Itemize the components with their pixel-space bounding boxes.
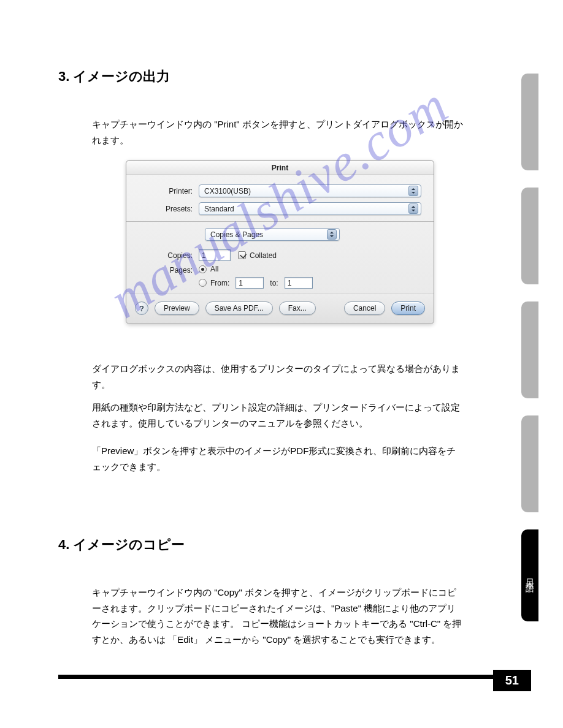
pages-from-input[interactable]: 1 bbox=[236, 277, 264, 289]
print-button[interactable]: Print bbox=[391, 301, 425, 315]
pages-from-radio[interactable] bbox=[199, 279, 207, 287]
section4-body: キャプチャーウインドウ内の "Copy" ボタンを押すと、イメージがクリップボー… bbox=[92, 585, 526, 647]
printer-label: Printer: bbox=[139, 187, 199, 195]
help-button[interactable]: ? bbox=[135, 301, 148, 315]
pages-all-radio[interactable] bbox=[199, 265, 207, 273]
printer-value: CX3100(USB) bbox=[204, 187, 251, 195]
side-tab-active: 日本語 bbox=[521, 529, 538, 621]
presets-label: Presets: bbox=[139, 205, 199, 213]
presets-value: Standard bbox=[204, 205, 234, 213]
printer-select[interactable]: CX3100(USB) bbox=[199, 184, 421, 197]
footer-rule bbox=[58, 675, 531, 679]
save-as-pdf-button[interactable]: Save As PDF... bbox=[205, 301, 273, 315]
section3-note2: 用紙の種類や印刷方法など、プリント設定の詳細は、プリンタードライバーによって設定… bbox=[92, 400, 526, 431]
copies-input[interactable]: 1 bbox=[199, 249, 231, 261]
section3-title: 3. イメージの出力 bbox=[58, 67, 526, 86]
pane-value: Copies & Pages bbox=[210, 230, 263, 239]
collated-label: Collated bbox=[250, 251, 277, 260]
side-tab-1 bbox=[521, 74, 538, 170]
side-tab-3 bbox=[521, 301, 538, 398]
section3-intro: キャプチャーウインドウ内の "Print" ボタンを押すと、プリントダイアログボ… bbox=[92, 116, 526, 148]
section4-title: 4. イメージのコピー bbox=[58, 536, 526, 554]
side-tab-2 bbox=[521, 188, 538, 284]
print-dialog-screenshot: Print Printer: CX3100(USB) Presets: Stan… bbox=[126, 160, 434, 324]
section3-note1: ダイアログボックスの内容は、使用するプリンターのタイプによって異なる場合がありま… bbox=[92, 361, 526, 392]
separator bbox=[126, 221, 434, 222]
section3-note3: 「Preview」ボタンを押すと表示中のイメージがPDF形式に変換され、印刷前に… bbox=[92, 443, 526, 474]
pages-label: Pages: bbox=[139, 265, 199, 275]
presets-select[interactable]: Standard bbox=[199, 202, 421, 215]
pages-to-input[interactable]: 1 bbox=[285, 277, 313, 289]
dropdown-caret-icon bbox=[408, 203, 418, 214]
side-tab-4 bbox=[521, 415, 538, 512]
manual-page: manualshive.com 日本語 3. イメージの出力 キャプチャーウイン… bbox=[0, 0, 563, 728]
dropdown-caret-icon bbox=[327, 229, 337, 240]
fax-button[interactable]: Fax... bbox=[279, 301, 316, 315]
preview-button[interactable]: Preview bbox=[155, 301, 199, 315]
dialog-title: Print bbox=[126, 161, 434, 175]
pane-select[interactable]: Copies & Pages bbox=[205, 228, 340, 241]
copies-label: Copies: bbox=[139, 251, 199, 260]
cancel-button[interactable]: Cancel bbox=[344, 301, 385, 315]
pages-to-label: to: bbox=[270, 279, 278, 287]
pages-all-label: All bbox=[210, 265, 218, 273]
dropdown-caret-icon bbox=[408, 186, 418, 196]
collated-checkbox[interactable] bbox=[238, 251, 246, 259]
page-number: 51 bbox=[493, 670, 531, 691]
pages-from-label: From: bbox=[210, 279, 229, 287]
side-tabs: 日本語 bbox=[521, 74, 538, 621]
